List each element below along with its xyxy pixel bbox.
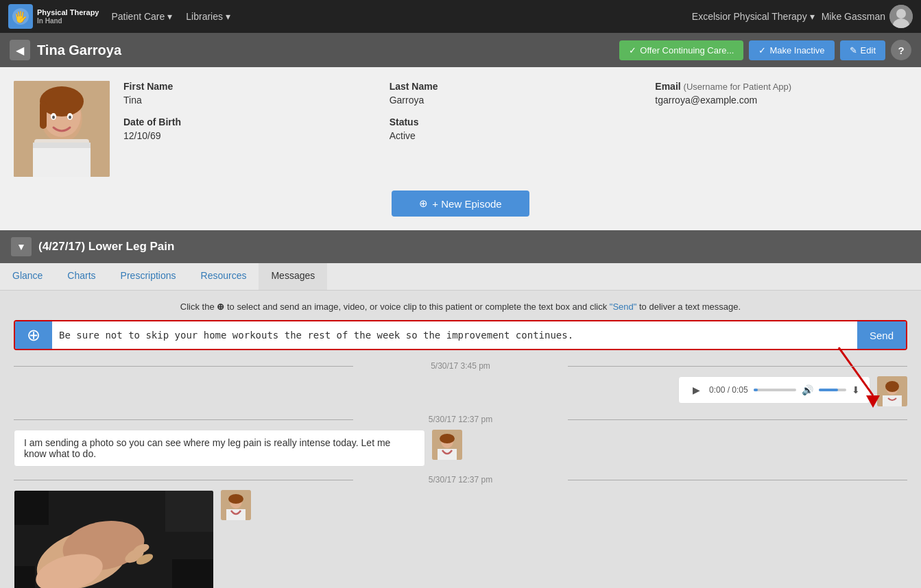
make-inactive-button[interactable]: ✓ Make Inactive	[749, 40, 834, 60]
header-actions: ✓ Offer Continuing Care... ✓ Make Inacti…	[619, 40, 911, 60]
svg-point-25	[440, 434, 455, 443]
avatar	[889, 5, 913, 28]
dob-value: 12/10/69	[123, 130, 161, 141]
message-row-audio: ▶ 0:00 / 0:05 🔊 ⬇	[14, 376, 907, 406]
top-nav: 🖐 Physical Therapy In Hand Patient Care …	[0, 0, 921, 33]
brand-icon: 🖐	[8, 4, 33, 29]
inactive-icon: ✓	[758, 45, 766, 56]
svg-marker-18	[866, 395, 880, 408]
patient-name: Tina Garroya	[37, 42, 121, 58]
svg-rect-37	[172, 559, 213, 588]
check-icon: ✓	[629, 45, 636, 56]
brand-text: Physical Therapy In Hand	[37, 8, 99, 25]
patient-message-bubble: I am sending a photo so you can see wher…	[14, 430, 425, 467]
first-name-group: First Name Tina	[123, 81, 376, 106]
message-row-patient-text: I am sending a photo so you can see wher…	[14, 430, 907, 467]
status-group: Status Active	[390, 117, 642, 141]
status-label: Status	[390, 117, 642, 127]
svg-rect-34	[14, 491, 49, 525]
email-group: Email (Username for Patient App) tgarroy…	[655, 81, 907, 106]
svg-point-21	[885, 381, 899, 392]
send-link[interactable]: "Send"	[610, 302, 637, 312]
timestamp-divider-1: 5/30/17 3:45 pm	[14, 361, 907, 371]
compose-area: ⊕ Be sure not to skip your home workouts…	[14, 320, 907, 350]
clinic-selector[interactable]: Excelsior Physical Therapy ▾	[692, 11, 815, 22]
patient-avatar-2	[221, 490, 251, 520]
edit-icon: ✎	[850, 45, 857, 56]
last-name-value: Garroya	[390, 95, 424, 106]
nav-right: Excelsior Physical Therapy ▾ Mike Gassma…	[692, 5, 913, 28]
email-value: tgarroya@example.com	[655, 95, 757, 106]
chevron-down-icon: ▾	[226, 11, 230, 22]
timestamp-divider-3: 5/30/17 12:37 pm	[14, 475, 907, 485]
back-button[interactable]: ◀	[10, 40, 30, 60]
image-message	[14, 490, 214, 588]
volume-icon[interactable]: 🔊	[802, 384, 813, 395]
svg-text:🖐: 🖐	[14, 10, 27, 23]
tab-messages[interactable]: Messages	[259, 263, 327, 290]
tab-glance[interactable]: Glance	[0, 263, 55, 290]
sub-header: ◀ Tina Garroya ✓ Offer Continuing Care..…	[0, 33, 921, 67]
chevron-down-icon: ▾	[810, 11, 815, 22]
progress-bar[interactable]	[754, 389, 796, 391]
edit-button[interactable]: ✎ Edit	[840, 40, 885, 60]
svg-point-13	[52, 116, 55, 119]
svg-point-40	[228, 494, 243, 504]
red-arrow-icon	[832, 341, 887, 409]
tab-charts[interactable]: Charts	[55, 263, 108, 290]
last-name-label: Last Name	[390, 81, 642, 92]
patient-avatar-1	[432, 430, 462, 460]
volume-bar[interactable]	[819, 389, 846, 391]
plus-icon: ⊕	[419, 197, 428, 210]
dob-group: Date of Birth 12/10/69	[123, 117, 376, 141]
messages-instruction: Click the ⊕ to select and send an image,…	[14, 302, 907, 312]
patient-info-section: First Name Tina Last Name Garroya Email …	[0, 67, 921, 191]
episode-header: ▼ (4/27/17) Lower Leg Pain	[0, 230, 921, 263]
leg-pain-image	[14, 491, 213, 588]
tab-prescriptions[interactable]: Prescriptions	[108, 263, 189, 290]
svg-rect-10	[40, 101, 47, 129]
messages-content: Click the ⊕ to select and send an image,…	[0, 291, 921, 588]
nav-patient-care[interactable]: Patient Care ▾	[112, 11, 173, 22]
nav-libraries[interactable]: Libraries ▾	[186, 11, 230, 22]
patient-details: First Name Tina Last Name Garroya Email …	[123, 81, 907, 141]
new-episode-section: ⊕ + New Episode	[0, 191, 921, 230]
episode-title: (4/27/17) Lower Leg Pain	[38, 240, 174, 254]
patient-photo	[14, 81, 110, 177]
dob-label: Date of Birth	[123, 117, 376, 127]
compose-add-button[interactable]: ⊕	[15, 321, 52, 349]
email-label-field: Email (Username for Patient App)	[655, 81, 907, 92]
svg-point-3	[896, 9, 906, 19]
chevron-down-icon: ▾	[167, 11, 172, 22]
status-value: Active	[390, 130, 416, 141]
progress-fill	[754, 389, 758, 391]
last-name-group: Last Name Garroya	[390, 81, 642, 106]
svg-point-14	[69, 116, 71, 119]
brand-logo: 🖐 Physical Therapy In Hand	[8, 4, 99, 29]
first-name-label: First Name	[123, 81, 376, 92]
tab-resources[interactable]: Resources	[189, 263, 259, 290]
play-button[interactable]: ▶	[689, 382, 704, 397]
user-menu[interactable]: Mike Gassman	[822, 5, 913, 28]
first-name-value: Tina	[123, 95, 142, 106]
svg-rect-35	[165, 491, 213, 532]
patient-photo-placeholder	[14, 81, 110, 177]
offer-continuing-care-button[interactable]: ✓ Offer Continuing Care...	[619, 40, 743, 60]
message-row-patient-image	[14, 490, 907, 588]
episode-toggle-button[interactable]: ▼	[11, 237, 32, 256]
help-button[interactable]: ?	[891, 40, 911, 60]
svg-rect-36	[14, 566, 35, 588]
svg-rect-16	[33, 143, 91, 148]
compose-input[interactable]: Be sure not to skip your home workouts t…	[52, 321, 857, 349]
tabs-bar: Glance Charts Prescriptions Resources Me…	[0, 263, 921, 291]
time-display: 0:00 / 0:05	[709, 385, 748, 395]
timestamp-divider-2: 5/30/17 12:37 pm	[14, 415, 907, 424]
volume-fill	[819, 389, 838, 391]
new-episode-button[interactable]: ⊕ + New Episode	[392, 191, 529, 217]
